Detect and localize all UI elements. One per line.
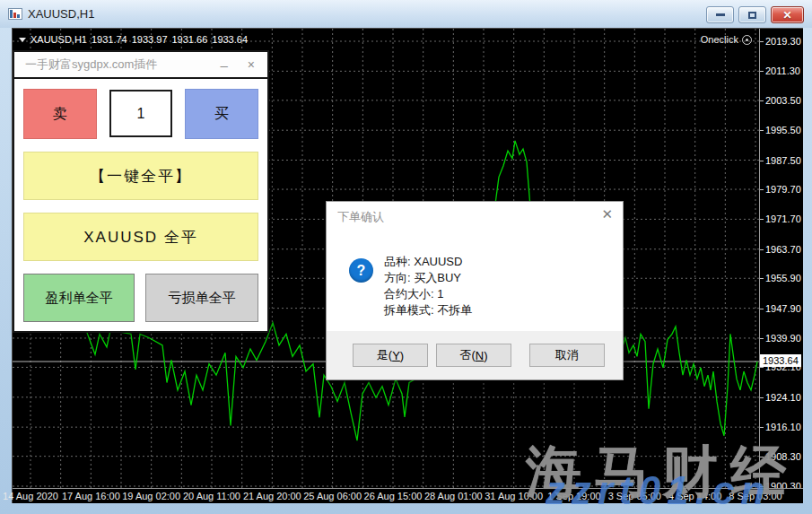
close-all-button[interactable]: 【一键全平】	[23, 152, 258, 200]
cancel-button[interactable]: 取消	[529, 344, 605, 367]
close-button[interactable]: ✕	[771, 6, 804, 23]
price-axis-label: 1924.10	[765, 392, 801, 403]
sell-button[interactable]: 卖	[23, 89, 97, 139]
price-tick	[760, 367, 764, 368]
price-axis-label: 1939.90	[765, 333, 801, 344]
dialog-message-line: 品种: XAUUSD	[384, 254, 472, 270]
dropdown-icon[interactable]	[19, 38, 26, 42]
time-axis-label: 25 Aug 06:00	[303, 491, 362, 501]
dialog-message-line: 方向: 买入BUY	[384, 270, 472, 286]
ohlc-high: 1933.97	[132, 34, 168, 45]
price-tick	[760, 397, 764, 398]
oneclick-icon	[742, 35, 752, 45]
plugin-panel-titlebar[interactable]: 一手财富sygdpx.com插件 – ×	[14, 52, 267, 79]
restore-button[interactable]	[738, 6, 766, 23]
price-tick	[760, 130, 764, 131]
oneclick-trading-toggle[interactable]: Oneclick	[701, 34, 752, 45]
price-axis-label: 1963.70	[765, 244, 801, 255]
question-icon: ?	[349, 258, 373, 283]
plugin-minimize-button[interactable]: –	[213, 57, 234, 73]
price-axis-label: 1995.50	[765, 125, 801, 135]
trade-plugin-panel: 一手财富sygdpx.com插件 – × 卖 买 【一键全平】 XAUUSD 全…	[13, 50, 269, 333]
dialog-message-line: 拆单模式: 不拆单	[384, 302, 472, 318]
price-axis-label: 1947.90	[765, 303, 801, 314]
ohlc-close: 1933.64	[212, 34, 248, 45]
price-axis-label: 2003.50	[765, 95, 801, 106]
minimize-button[interactable]	[706, 6, 734, 23]
dialog-message-line: 合约大小: 1	[384, 286, 472, 302]
price-axis-label: 1987.50	[765, 155, 801, 166]
app-icon	[8, 8, 22, 20]
price-axis-label: 2019.30	[765, 36, 801, 47]
time-axis-label: 20 Aug 11:00	[183, 491, 240, 501]
mt4-chart-window: { "window": { "title": "XAUUSD,H1", "clo…	[0, 0, 812, 514]
price-axis-label: 1979.70	[765, 184, 801, 195]
dialog-title: 下单确认	[337, 209, 384, 225]
time-axis-label: 19 Aug 02:00	[122, 491, 180, 501]
price-axis-label: 2011.30	[765, 65, 800, 76]
lot-size-input[interactable]	[109, 90, 172, 137]
price-tick	[760, 249, 764, 250]
price-axis-label: 1916.10	[765, 422, 801, 432]
time-axis-label: 14 Aug 2020	[3, 491, 58, 501]
price-tick	[760, 278, 764, 279]
close-loss-orders-button[interactable]: 亏损单全平	[145, 274, 258, 322]
plugin-close-button[interactable]: ×	[235, 57, 257, 72]
plugin-panel-title: 一手财富sygdpx.com插件	[25, 57, 157, 73]
price-tick	[760, 189, 764, 190]
price-tick	[760, 71, 764, 72]
price-axis-label: 1955.90	[765, 273, 801, 283]
close-symbol-button[interactable]: XAUUSD 全平	[23, 213, 258, 261]
window-titlebar[interactable]: XAUUSD,H1	[0, 0, 812, 28]
oneclick-label: Oneclick	[701, 34, 738, 45]
ohlc-low: 1931.66	[172, 34, 208, 45]
time-axis-label: 28 Aug 01:00	[424, 491, 483, 501]
ohlc-open: 1931.74	[92, 34, 127, 45]
restore-icon	[748, 12, 756, 19]
price-tick	[760, 309, 764, 309]
current-price-tag: 1933.64	[760, 354, 801, 367]
buy-button[interactable]: 买	[185, 89, 258, 139]
price-tick	[760, 338, 764, 339]
price-tick	[760, 100, 764, 101]
price-tick	[760, 161, 764, 161]
close-icon: ✕	[782, 9, 791, 22]
window-title: XAUUSD,H1	[28, 7, 94, 21]
price-tick	[760, 427, 764, 428]
price-tick	[760, 219, 764, 220]
yes-button[interactable]: 是(Y)	[353, 344, 428, 367]
window-controls: ✕	[706, 6, 804, 23]
ohlc-header: XAUUSD,H1 1931.74 1933.97 1931.66 1933.6…	[19, 34, 248, 45]
order-confirm-dialog: 下单确认 ✕ ? 品种: XAUUSD方向: 买入BUY合约大小: 1拆单模式:…	[326, 201, 624, 380]
price-axis[interactable]: 2019.302011.302003.501995.501987.501979.…	[759, 29, 803, 488]
price-tick	[760, 41, 764, 42]
minimize-icon	[716, 13, 725, 16]
time-axis-label: 21 Aug 20:00	[243, 491, 301, 501]
close-profit-orders-button[interactable]: 盈利单全平	[23, 274, 135, 322]
dialog-button-bar: 是(Y)否(N)取消	[327, 331, 623, 379]
price-axis-label: 1971.70	[765, 213, 801, 224]
dialog-close-icon[interactable]: ✕	[601, 206, 613, 222]
ohlc-symbol: XAUUSD,H1	[31, 34, 87, 45]
watermark-site: zzrt01.cn	[546, 468, 771, 513]
time-axis-label: 17 Aug 16:00	[62, 491, 120, 501]
plugin-panel-body: 卖 买 【一键全平】 XAUUSD 全平 盈利单全平 亏损单全平	[14, 79, 267, 322]
dialog-message: 品种: XAUUSD方向: 买入BUY合约大小: 1拆单模式: 不拆单	[384, 254, 472, 318]
no-button[interactable]: 否(N)	[436, 344, 511, 367]
time-axis-label: 26 Aug 15:00	[364, 491, 423, 501]
